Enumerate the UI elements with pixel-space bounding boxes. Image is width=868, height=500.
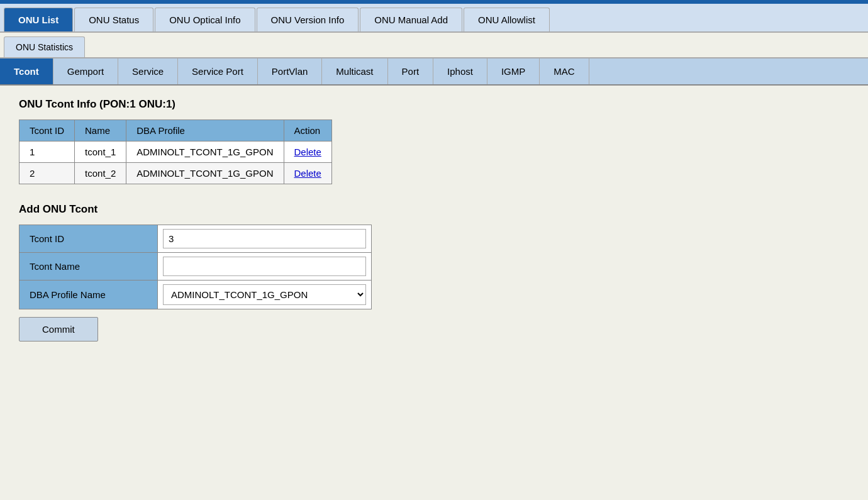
cell-tcont-id-1: 1 bbox=[19, 142, 75, 163]
form-row-dba-profile: DBA Profile Name ADMINOLT_TCONT_1G_GPON bbox=[19, 281, 372, 309]
cell-dba-1: ADMINOLT_TCONT_1G_GPON bbox=[126, 142, 284, 163]
col-dba-profile: DBA Profile bbox=[126, 120, 284, 142]
add-title: Add ONU Tcont bbox=[19, 203, 849, 216]
cell-tcont-id-2: 2 bbox=[19, 163, 75, 184]
tab-onu-statistics[interactable]: ONU Statistics bbox=[4, 36, 85, 57]
tab-onu-optical-info[interactable]: ONU Optical Info bbox=[155, 8, 255, 31]
tab-tcont[interactable]: Tcont bbox=[0, 58, 53, 84]
col-name: Name bbox=[75, 120, 126, 142]
info-title: ONU Tcont Info (PON:1 ONU:1) bbox=[19, 98, 849, 111]
tab-gemport[interactable]: Gemport bbox=[53, 58, 118, 84]
form-row-tcont-name: Tcont Name bbox=[19, 253, 372, 281]
tab-iphost[interactable]: Iphost bbox=[433, 58, 487, 84]
add-form-table: Tcont ID Tcont Name DBA Profile Name ADM… bbox=[19, 225, 372, 309]
tab-port[interactable]: Port bbox=[388, 58, 434, 84]
label-tcont-name: Tcont Name bbox=[19, 253, 158, 281]
tab-onu-manual-add[interactable]: ONU Manual Add bbox=[360, 8, 462, 31]
tab-service-port[interactable]: Service Port bbox=[178, 58, 258, 84]
input-cell-dba-profile: ADMINOLT_TCONT_1G_GPON bbox=[158, 281, 372, 309]
col-tcont-id: Tcont ID bbox=[19, 120, 75, 142]
top-tab-bar2: ONU Statistics bbox=[0, 33, 868, 58]
cell-name-2: tcont_2 bbox=[75, 163, 126, 184]
input-cell-tcont-id bbox=[158, 225, 372, 253]
cell-name-1: tcont_1 bbox=[75, 142, 126, 163]
tab-onu-status[interactable]: ONU Status bbox=[74, 8, 153, 31]
tcont-id-input[interactable] bbox=[163, 229, 366, 248]
tab-service[interactable]: Service bbox=[118, 58, 178, 84]
tcont-name-input[interactable] bbox=[163, 257, 366, 276]
main-content: ONU Tcont Info (PON:1 ONU:1) Tcont ID Na… bbox=[0, 86, 868, 354]
tab-multicast[interactable]: Multicast bbox=[322, 58, 387, 84]
label-dba-profile: DBA Profile Name bbox=[19, 281, 158, 309]
col-action: Action bbox=[284, 120, 331, 142]
tab-mac[interactable]: MAC bbox=[540, 58, 589, 84]
cell-action-2: Delete bbox=[284, 163, 331, 184]
form-row-tcont-id: Tcont ID bbox=[19, 225, 372, 253]
cell-dba-2: ADMINOLT_TCONT_1G_GPON bbox=[126, 163, 284, 184]
table-row: 2 tcont_2 ADMINOLT_TCONT_1G_GPON Delete bbox=[19, 163, 332, 184]
tcont-info-table: Tcont ID Name DBA Profile Action 1 tcont… bbox=[19, 119, 332, 184]
sub-tab-bar: Tcont Gemport Service Service Port PortV… bbox=[0, 58, 868, 86]
tab-portvlan[interactable]: PortVlan bbox=[258, 58, 323, 84]
tab-onu-allowlist[interactable]: ONU Allowlist bbox=[464, 8, 550, 31]
dba-profile-select[interactable]: ADMINOLT_TCONT_1G_GPON bbox=[163, 284, 366, 305]
cell-action-1: Delete bbox=[284, 142, 331, 163]
table-row: 1 tcont_1 ADMINOLT_TCONT_1G_GPON Delete bbox=[19, 142, 332, 163]
top-tab-bar: ONU List ONU Status ONU Optical Info ONU… bbox=[0, 4, 868, 33]
tab-onu-list[interactable]: ONU List bbox=[4, 8, 73, 31]
input-cell-tcont-name bbox=[158, 253, 372, 281]
delete-link-2[interactable]: Delete bbox=[294, 168, 321, 179]
tab-onu-version-info[interactable]: ONU Version Info bbox=[257, 8, 359, 31]
tab-igmp[interactable]: IGMP bbox=[487, 58, 540, 84]
delete-link-1[interactable]: Delete bbox=[294, 147, 321, 157]
commit-button[interactable]: Commit bbox=[19, 317, 98, 342]
label-tcont-id: Tcont ID bbox=[19, 225, 158, 253]
